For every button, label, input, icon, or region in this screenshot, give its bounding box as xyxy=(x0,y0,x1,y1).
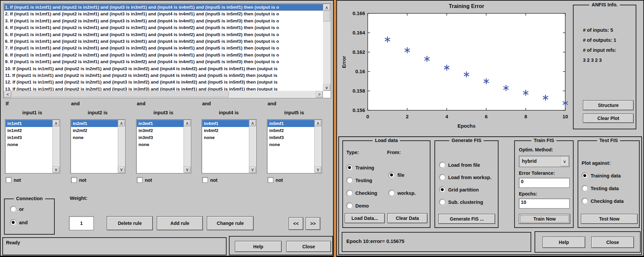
radio-icon[interactable] xyxy=(582,172,588,179)
input3-scrollbar[interactable]: ∧ ∨ xyxy=(184,120,191,173)
load-data-button[interactable]: Load Data... xyxy=(345,213,385,223)
scrollbar-down-button[interactable]: ∨ xyxy=(323,84,330,91)
mf-option[interactable]: in3mf3 xyxy=(137,134,184,141)
radio-icon[interactable] xyxy=(346,203,353,209)
scrollbar-down-button[interactable]: ∨ xyxy=(315,166,321,173)
type-training-option[interactable]: Training xyxy=(346,164,374,171)
rule-item[interactable]: 9. If (input1 is in1mf1) and (input2 is … xyxy=(4,58,323,65)
rule-item[interactable]: 13. If (input1 is in1mf1) and (input2 is… xyxy=(4,86,323,91)
rule-item[interactable]: 11. If (input1 is in1mf1) and (input2 is… xyxy=(4,72,323,79)
rule-item[interactable]: 5. If (input1 is in1mf1) and (input2 is … xyxy=(4,31,323,38)
radio-icon[interactable] xyxy=(346,177,353,183)
mf-option[interactable]: none xyxy=(6,141,53,148)
mf-option[interactable]: in5mf1 xyxy=(268,120,315,127)
radio-icon[interactable] xyxy=(439,186,445,193)
clear-plot-button[interactable]: Clear Plot xyxy=(583,114,634,123)
rule-item[interactable]: 12. If (input1 is in1mf1) and (input2 is… xyxy=(4,79,323,86)
gen-load-file-option[interactable]: Load from file xyxy=(439,162,480,168)
mf-option[interactable]: in5mf3 xyxy=(268,134,315,141)
help-button[interactable]: Help xyxy=(235,241,282,252)
add-rule-button[interactable]: Add rule xyxy=(157,216,203,230)
scrollbar-down-button[interactable]: ∨ xyxy=(184,166,191,173)
radio-icon[interactable] xyxy=(439,199,445,205)
plot-training-option[interactable]: Training data xyxy=(582,172,621,179)
rule-vscrollbar[interactable]: ∧ ∨ xyxy=(323,4,330,91)
input5-listbox[interactable]: in5mf1in5mf2in5mf3none ∧ ∨ xyxy=(267,119,322,173)
input2-scrollbar[interactable]: ∧ ∨ xyxy=(118,120,125,173)
mf-option[interactable]: in2mf2 xyxy=(71,127,118,134)
radio-icon[interactable] xyxy=(10,206,16,212)
connection-and-option[interactable]: and xyxy=(10,219,28,226)
error-tolerance-input[interactable]: 0 xyxy=(519,178,570,188)
not-checkbox[interactable] xyxy=(137,177,142,183)
rule-item[interactable]: 8. If (input1 is in1mf1) and (input2 is … xyxy=(4,52,323,58)
weight-input[interactable] xyxy=(69,216,94,230)
scrollbar-up-button[interactable]: ∧ xyxy=(249,120,256,126)
scrollbar-up-button[interactable]: ∧ xyxy=(118,120,125,126)
not-checkbox[interactable] xyxy=(202,177,208,183)
gen-grid-partition-option[interactable]: Grid partition xyxy=(439,186,479,193)
rule-hscrollbar[interactable]: < > xyxy=(4,91,323,98)
mf-option[interactable]: in4mf1 xyxy=(202,120,249,127)
scrollbar-up-button[interactable]: ∧ xyxy=(315,120,321,126)
radio-icon[interactable] xyxy=(388,172,395,178)
mf-option[interactable]: none xyxy=(202,134,249,141)
close-button[interactable]: Close xyxy=(591,237,634,248)
input1-scrollbar[interactable]: ∧ ∨ xyxy=(52,120,59,173)
mf-option[interactable]: in1mf3 xyxy=(6,134,53,141)
mf-option[interactable]: in3mf1 xyxy=(137,120,184,127)
scrollbar-up-button[interactable]: ∧ xyxy=(184,120,191,126)
radio-icon[interactable] xyxy=(388,190,395,196)
help-button[interactable]: Help xyxy=(543,237,585,248)
scrollbar-left-button[interactable]: < xyxy=(4,91,11,98)
radio-icon[interactable] xyxy=(582,185,588,191)
input4-listbox[interactable]: in4mf1in4mf2none ∧ ∨ xyxy=(202,119,257,173)
change-rule-button[interactable]: Change rule xyxy=(207,216,254,230)
input2-listbox[interactable]: in2mf1in2mf2none ∧ ∨ xyxy=(70,119,125,173)
type-checking-option[interactable]: Checking xyxy=(346,190,377,196)
mf-option[interactable]: none xyxy=(268,141,315,148)
optim-method-dropdown[interactable]: hybrid ∨ xyxy=(519,156,570,167)
mf-option[interactable]: in5mf2 xyxy=(268,127,315,134)
rule-listbox[interactable]: 1. If (input1 is in1mf1) and (input2 is … xyxy=(3,3,331,98)
clear-data-button[interactable]: Clear Data xyxy=(387,213,427,223)
input3-listbox[interactable]: in3mf1in3mf2in3mf3none ∧ ∨ xyxy=(136,119,191,173)
radio-icon[interactable] xyxy=(10,219,16,226)
from-file-option[interactable]: file xyxy=(388,172,404,178)
input4-scrollbar[interactable]: ∧ ∨ xyxy=(249,120,256,173)
radio-icon[interactable] xyxy=(439,162,445,168)
mf-option[interactable]: none xyxy=(137,141,184,148)
radio-icon[interactable] xyxy=(346,190,353,196)
rule-item[interactable]: 10. If (input1 is in1mf1) and (input2 is… xyxy=(4,66,323,72)
gen-load-worksp-option[interactable]: Load from worksp. xyxy=(439,174,492,180)
structure-button[interactable]: Structure xyxy=(583,100,634,110)
prev-rule-button[interactable]: << xyxy=(289,217,303,230)
from-worksp-option[interactable]: worksp. xyxy=(388,190,416,196)
rule-item[interactable]: 1. If (input1 is in1mf1) and (input2 is … xyxy=(4,4,323,11)
not-checkbox[interactable] xyxy=(268,177,273,183)
rule-hscroll-thumb[interactable] xyxy=(12,91,229,97)
mf-option[interactable]: in4mf2 xyxy=(202,127,249,134)
scrollbar-down-button[interactable]: ∨ xyxy=(249,166,256,173)
scrollbar-down-button[interactable]: ∨ xyxy=(53,166,59,173)
rule-item[interactable]: 4. If (input1 is in1mf1) and (input2 is … xyxy=(4,24,323,31)
radio-icon[interactable] xyxy=(582,198,588,204)
not-checkbox[interactable] xyxy=(6,177,11,183)
dropdown-button[interactable]: ∨ xyxy=(560,156,569,166)
gen-sub-clustering-option[interactable]: Sub. clustering xyxy=(439,199,483,205)
epochs-input[interactable]: 10 xyxy=(519,199,570,209)
mf-option[interactable]: in3mf2 xyxy=(137,127,184,134)
plot-testing-option[interactable]: Testing data xyxy=(582,185,619,191)
mf-option[interactable]: in2mf1 xyxy=(71,120,118,127)
scrollbar-right-button[interactable]: > xyxy=(316,91,323,98)
input1-listbox[interactable]: in1mf1in1mf2in1mf3none ∧ ∨ xyxy=(5,119,60,173)
plot-checking-option[interactable]: Checking data xyxy=(582,198,624,204)
next-rule-button[interactable]: >> xyxy=(306,217,320,230)
mf-option[interactable]: in1mf1 xyxy=(6,120,53,127)
rule-vscroll-thumb[interactable] xyxy=(323,11,330,21)
mf-option[interactable]: in1mf2 xyxy=(6,127,53,134)
test-now-button[interactable]: Test Now xyxy=(581,214,638,224)
rule-item[interactable]: 6. If (input1 is in1mf1) and (input2 is … xyxy=(4,38,323,45)
rule-item[interactable]: 7. If (input1 is in1mf1) and (input2 is … xyxy=(4,45,323,51)
scrollbar-up-button[interactable]: ∧ xyxy=(323,4,330,11)
